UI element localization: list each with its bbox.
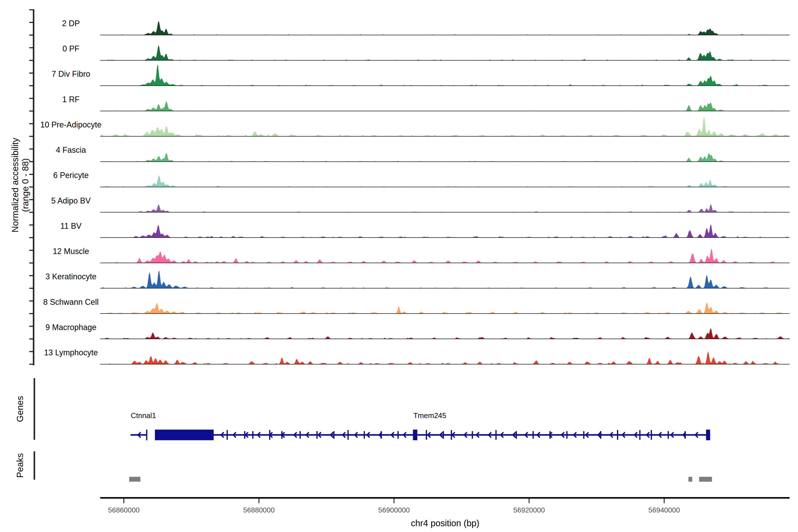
peak-call-bar [699,477,712,482]
gene-ctnnal1: Ctnnal1 [131,412,214,440]
gene-exon [651,430,652,440]
peak-call-bar [688,477,692,482]
gene-exon-box [155,430,214,440]
gene-name-label: Tmem245 [413,412,446,420]
gene-exon [364,431,365,439]
signal-area-0-pf [101,45,789,60]
peaks-section: Peaks [15,451,712,482]
genes-section-label: Genes [15,396,25,422]
track-label-4-fascia: 4 Fascia [56,146,86,154]
signal-area-1-rf [101,101,789,111]
accessibility-tracks [100,21,790,364]
y-axis-label-line2: (range 0 - 88) [20,158,30,212]
gene-exon [583,431,585,439]
peak-call-bar [129,477,140,482]
gene-exon [227,430,228,440]
track-label-10-pre-adipocyte: 10 Pre-Adipocyte [40,120,101,129]
gene-exon [566,431,568,439]
x-axis: 5686000056880000569000005692000056940000… [100,498,790,528]
gene-exon [516,431,517,439]
track-label-9-macrophage: 9 Macrophage [45,323,96,332]
gene-models: Ctnnal1Tmem245 [131,412,710,440]
track-label-1-rf: 1 RF [62,95,80,104]
signal-area-3-keratinocyte [101,271,789,288]
track-labels: 2 DP0 PF7 Div Fibro1 RF10 Pre-Adipocyte4… [40,19,101,357]
gene-exon [146,430,147,440]
gene-exon [684,431,686,439]
x-axis-tick-label: 56940000 [648,506,680,514]
gene-exon [300,431,301,439]
gene-exon [244,431,245,439]
signal-area-2-dp [101,21,789,35]
signal-area-12-muscle [101,248,789,263]
track-label-5-adipo-bv: 5 Adipo BV [51,196,91,205]
gene-name-label: Ctnnal1 [131,412,156,420]
signal-area-5-adipo-bv [101,204,789,212]
track-label-11-bv: 11 BV [60,222,81,230]
track-label-6-pericyte: 6 Pericyte [53,171,89,180]
signal-area-11-bv [101,224,789,238]
track-label-2-dp: 2 DP [62,19,80,28]
gene-exon [495,430,497,440]
gene-exon [426,430,427,440]
gene-exon [472,431,473,439]
signal-area-10-pre-adipocyte [101,117,789,136]
gene-exon [532,431,534,439]
gene-exon [397,431,399,439]
x-axis-title: chr4 position (bp) [411,518,479,528]
gene-exon [617,430,618,440]
signal-area-4-fascia [101,153,789,162]
gene-exon [281,431,283,439]
track-label-13-lymphocyte: 13 Lymphocyte [44,348,98,357]
track-label-8-schwann-cell: 8 Schwann Cell [43,298,99,307]
x-axis-tick-label: 56880000 [243,506,274,514]
track-label-7-div-fibro: 7 Div Fibro [52,69,90,78]
gene-exon-box [706,430,710,440]
track-label-0-pf: 0 PF [62,44,79,53]
gene-exon [316,431,318,439]
gene-exon [269,430,270,440]
gene-exon-box [413,430,417,440]
y-axis-label-line1: Normalized accessibility [10,138,20,232]
signal-area-6-pericyte [101,175,789,187]
x-axis-tick-label: 56860000 [108,506,139,514]
gene-tmem245: Tmem245 [214,412,710,440]
gene-exon [600,431,601,439]
gene-exon [550,431,551,439]
x-axis-tick-label: 56900000 [378,506,410,514]
gene-exon [443,431,444,439]
signal-area-13-lymphocyte [101,352,789,364]
track-label-3-keratinocyte: 3 Keratinocyte [45,272,96,281]
gene-exon [451,430,452,440]
x-axis-ticks: 5686000056880000569000005692000056940000 [108,498,680,514]
x-axis-tick-label: 56920000 [513,506,545,514]
gene-exon [347,430,349,440]
gene-exon [381,431,382,439]
signal-area-9-macrophage [101,328,789,339]
peak-calls [129,477,712,482]
gene-exon [668,431,669,439]
gene-exon [334,431,335,439]
signal-area-8-schwann-cell [101,302,789,314]
genes-section: Genes Ctnnal1Tmem245 [15,378,710,440]
signal-area-7-div-fibro [101,65,789,86]
peaks-section-label: Peaks [15,453,25,478]
gene-exon [252,431,253,439]
coverage-plot-figure: 2 DP0 PF7 Div Fibro1 RF10 Pre-Adipocyte4… [0,0,798,532]
track-label-12-muscle: 12 Muscle [53,247,89,256]
gene-exon [639,430,641,440]
